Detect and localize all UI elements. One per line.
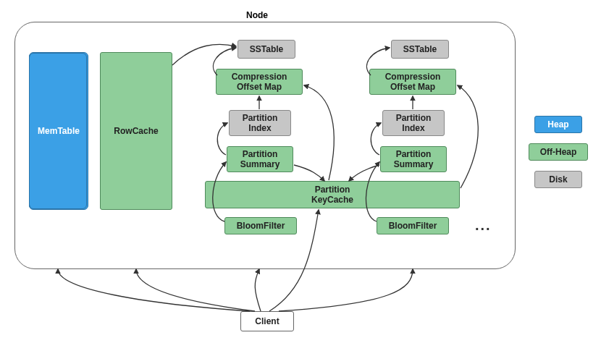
sstable-2-box: SSTable: [391, 40, 449, 59]
pindex-2-line1: Partition: [396, 113, 432, 123]
psum-2-line2: Summary: [394, 159, 434, 169]
pindex-1-line2: Index: [248, 123, 271, 133]
rowcache-box: RowCache: [100, 52, 172, 210]
psum-1-line1: Partition: [243, 149, 278, 159]
client-box: Client: [240, 311, 294, 331]
client-label: Client: [255, 316, 279, 326]
legend-disk: Disk: [534, 171, 582, 188]
bloomfilter-2-box: BloomFilter: [377, 217, 449, 234]
legend-heap: Heap: [534, 116, 582, 133]
partition-index-2-box: Partition Index: [382, 110, 445, 136]
ellipsis-more: ...: [475, 217, 492, 234]
partition-summary-2-box: Partition Summary: [380, 146, 447, 172]
partition-keycache-box: Partition KeyCache: [205, 181, 460, 208]
bloom-2-label: BloomFilter: [389, 221, 437, 231]
compoff-1-line1: Compression: [232, 72, 287, 82]
compression-offset-map-2-box: Compression Offset Map: [369, 69, 456, 95]
pindex-1-line1: Partition: [243, 113, 278, 123]
keycache-line2: KeyCache: [311, 195, 353, 205]
bloom-1-label: BloomFilter: [237, 221, 285, 231]
sstable-1-label: SSTable: [250, 44, 283, 54]
partition-summary-1-box: Partition Summary: [227, 146, 293, 172]
memtable-label: MemTable: [38, 126, 80, 136]
legend-heap-label: Heap: [547, 119, 568, 130]
psum-2-line1: Partition: [396, 149, 432, 159]
keycache-line1: Partition: [315, 185, 350, 195]
legend-offheap: Off-Heap: [529, 143, 588, 161]
compoff-2-line1: Compression: [385, 72, 441, 82]
memtable-box: MemTable: [29, 52, 88, 210]
compression-offset-map-1-box: Compression Offset Map: [216, 69, 303, 95]
pindex-2-line2: Index: [402, 123, 424, 133]
sstable-1-box: SSTable: [238, 40, 295, 59]
legend-offheap-label: Off-Heap: [540, 147, 577, 157]
psum-1-line2: Summary: [240, 159, 280, 169]
rowcache-label: RowCache: [114, 126, 158, 136]
legend-disk-label: Disk: [549, 174, 567, 185]
node-title: Node: [246, 10, 268, 20]
diagram-stage: Node MemTable RowCache SSTable SSTable C…: [0, 0, 601, 364]
partition-index-1-box: Partition Index: [229, 110, 291, 136]
sstable-2-label: SSTable: [403, 44, 437, 54]
bloomfilter-1-box: BloomFilter: [224, 217, 297, 234]
compoff-1-line2: Offset Map: [237, 82, 282, 92]
compoff-2-line2: Offset Map: [390, 82, 435, 92]
